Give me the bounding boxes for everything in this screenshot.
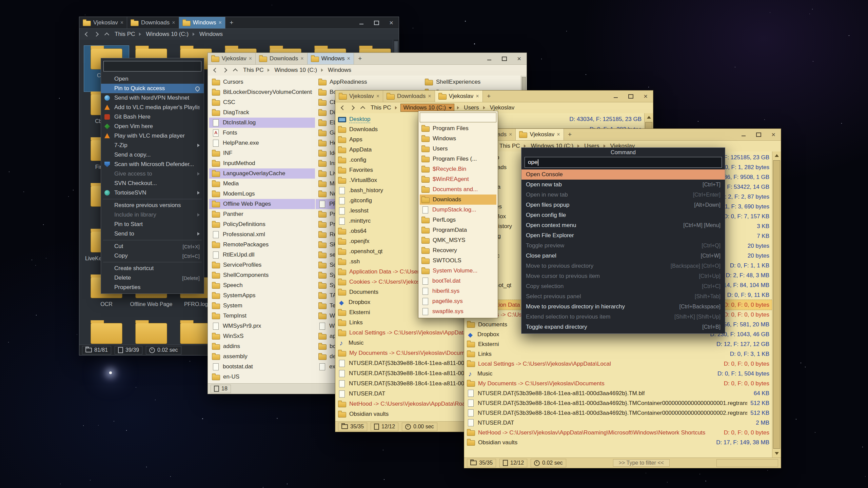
tab-close-icon[interactable]: [347, 56, 350, 62]
file-row[interactable]: PolicyDefinitions: [209, 219, 315, 229]
context-menu-item[interactable]: Include in library: [101, 210, 204, 220]
palette-item[interactable]: Toggle expand directory [Ctrl+B]: [521, 322, 725, 332]
file-grid-item[interactable]: Prefetch: [129, 320, 174, 345]
file-row[interactable]: Music D: 0, F: 1, 504 bytes: [464, 369, 772, 379]
tab[interactable]: Vjekoslav: [516, 129, 564, 140]
dropdown-item[interactable]: PerfLogs: [420, 215, 496, 225]
file-row[interactable]: ShellComponents: [209, 270, 315, 280]
close-button[interactable]: [766, 129, 781, 140]
tab-close-icon[interactable]: [557, 131, 560, 138]
tab[interactable]: Downloads: [127, 17, 179, 28]
file-grid-item[interactable]: PolicyDefinitions: [84, 320, 129, 345]
palette-item[interactable]: Open Console: [521, 169, 725, 180]
dropdown-item[interactable]: pagefile.sys: [420, 296, 496, 306]
dropdown-item[interactable]: Documents and...: [420, 184, 496, 195]
file-row[interactable]: My Documents -> C:\Users\Vjekoslav\Docum…: [464, 379, 772, 388]
context-menu-item[interactable]: SVN Checkout...: [101, 179, 204, 188]
new-tab-button[interactable]: [483, 90, 495, 102]
file-row[interactable]: Speech: [209, 280, 315, 290]
tab[interactable]: Windows: [179, 17, 225, 28]
file-row[interactable]: NTUSER.DAT{53b39e88-18c4-11ea-a811-000d3…: [464, 388, 772, 398]
palette-item[interactable]: Open config file: [521, 210, 725, 220]
palette-item[interactable]: Move cursor to previous item [Ctrl+Up]: [521, 271, 725, 281]
tab-close-icon[interactable]: [219, 20, 222, 26]
context-menu-item[interactable]: Git Bash Here: [101, 112, 204, 122]
breadcrumb-segment[interactable]: Windows 10 (C:): [273, 66, 318, 74]
context-menu-item[interactable]: Restore previous versions: [101, 201, 204, 210]
file-row[interactable]: Professional.xml: [209, 229, 315, 240]
file-row[interactable]: InputMethod: [209, 158, 315, 168]
maximize-button[interactable]: [369, 17, 384, 28]
dropdown-item[interactable]: $Recycle.Bin: [420, 164, 496, 174]
breadcrumb-segment[interactable]: This PC: [498, 142, 521, 150]
context-menu-item[interactable]: [101, 261, 204, 264]
file-row[interactable]: BitLockerDiscoveryVolumeContents: [209, 87, 315, 97]
breadcrumb-segment[interactable]: Vjekoslav: [489, 104, 516, 111]
file-row[interactable]: NTUSER.DAT{53b39e88-18c4-11ea-a811-000d3…: [464, 408, 772, 418]
forward-icon[interactable]: [93, 30, 100, 38]
file-row[interactable]: SystemApps: [209, 290, 315, 301]
file-row[interactable]: WinSxS: [209, 331, 315, 341]
dropdown-item[interactable]: swapfile.sys: [420, 306, 496, 317]
tab-close-icon[interactable]: [476, 93, 479, 99]
file-row[interactable]: CSC: [209, 97, 315, 107]
minimize-button[interactable]: [608, 90, 623, 102]
file-row[interactable]: HelpPane.exe: [209, 138, 315, 148]
file-row[interactable]: LanguageOverlayCache: [209, 168, 315, 179]
context-menu-item[interactable]: TortoiseSVN: [101, 188, 204, 198]
tab-close-icon[interactable]: [249, 56, 252, 62]
file-row[interactable]: Cursors: [209, 77, 315, 87]
palette-item[interactable]: Move to previous directory [Backspace] […: [521, 261, 725, 271]
dropdown-item[interactable]: bootTel.dat: [420, 276, 496, 286]
tab[interactable]: Vjekoslav: [435, 90, 483, 102]
palette-item[interactable]: Open new tab [Ctrl+T]: [521, 180, 725, 190]
type-to-filter-box[interactable]: >> Type to filter <<: [613, 459, 670, 467]
new-tab-button[interactable]: [225, 17, 238, 28]
up-icon[interactable]: [232, 66, 239, 74]
new-tab-button[interactable]: [354, 53, 366, 64]
palette-item[interactable]: Open File Explorer: [521, 230, 725, 241]
context-menu-item[interactable]: Scan with Microsoft Defender...: [101, 160, 204, 169]
close-button[interactable]: [512, 53, 527, 64]
dropdown-item[interactable]: Recovery: [420, 245, 496, 256]
close-button[interactable]: [638, 90, 653, 102]
file-row[interactable]: DtcInstall.log: [209, 118, 315, 128]
file-row[interactable]: DiagTrack: [209, 107, 315, 118]
maximize-button[interactable]: [751, 129, 766, 140]
context-menu-item[interactable]: Send to: [101, 229, 204, 239]
context-menu-item[interactable]: Copy [Ctrl+C]: [101, 251, 204, 261]
tab[interactable]: Windows: [308, 53, 354, 64]
context-menu-item[interactable]: Add to VLC media player's Playlist: [101, 103, 204, 112]
file-row[interactable]: Obsidian vaults D: 17, F: 149, 38 MB: [464, 438, 772, 447]
palette-item[interactable]: Extend selection to previous item [Shift…: [521, 312, 725, 322]
context-menu-item[interactable]: Pin to Start: [101, 220, 204, 229]
context-menu-item[interactable]: Open: [101, 74, 204, 84]
file-row[interactable]: Fonts: [209, 128, 315, 138]
tab[interactable]: Downloads: [256, 53, 307, 64]
tab-close-icon[interactable]: [428, 93, 431, 99]
tab-close-icon[interactable]: [509, 131, 512, 138]
forward-icon[interactable]: [221, 66, 229, 74]
breadcrumb-segment[interactable]: This PC: [369, 104, 392, 111]
maximize-button[interactable]: [623, 90, 638, 102]
up-icon[interactable]: [359, 104, 367, 111]
palette-item[interactable]: Move to previous directory in hierarchy …: [521, 302, 725, 312]
file-row[interactable]: Eksterni D: 12, F: 127, 12 GB: [464, 339, 772, 349]
file-row[interactable]: ModemLogs: [209, 189, 315, 199]
dropdown-item[interactable]: ProgramData: [420, 225, 496, 235]
tab-close-icon[interactable]: [300, 56, 303, 62]
palette-item[interactable]: Toggle preview [Ctrl+Q]: [521, 241, 725, 251]
palette-item[interactable]: Open files popup [Alt+Down]: [521, 200, 725, 210]
context-menu-item[interactable]: Open Vim here: [101, 122, 204, 131]
tab[interactable]: Vjekoslav: [79, 17, 127, 28]
context-menu-item[interactable]: Play with VLC media player: [101, 131, 204, 141]
context-menu-filter-input[interactable]: [103, 61, 201, 72]
palette-item[interactable]: Open context menu [Ctrl+M] [Menu]: [521, 220, 725, 230]
scroll-up-icon[interactable]: [645, 113, 653, 121]
scroll-up-icon[interactable]: [772, 151, 781, 160]
file-row[interactable]: System: [209, 301, 315, 311]
scroll-down-icon[interactable]: [772, 449, 781, 458]
back-icon[interactable]: [211, 66, 219, 74]
file-row[interactable]: Offline Web Pages: [209, 199, 315, 209]
new-tab-button[interactable]: [564, 129, 576, 140]
